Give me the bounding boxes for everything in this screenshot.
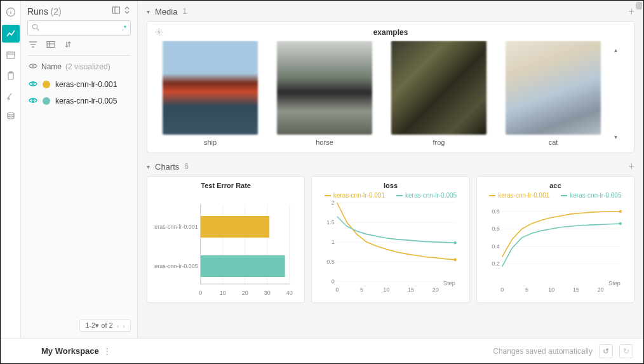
redo-button[interactable]: ↻ <box>619 344 633 358</box>
panel-icon[interactable] <box>3 48 18 63</box>
svg-text:keras-cnn-lr-0.001: keras-cnn-lr-0.001 <box>154 224 198 230</box>
workspace-menu-icon[interactable]: ⋮ <box>103 346 111 356</box>
svg-line-11 <box>37 29 39 30</box>
toolbar <box>27 41 131 56</box>
svg-point-56 <box>454 259 457 262</box>
gear-icon[interactable] <box>155 28 163 38</box>
charts-section-title: Charts <box>155 162 179 172</box>
media-section-title: Media <box>155 7 177 17</box>
run-name: keras-cnn-lr-0.005 <box>55 97 117 105</box>
svg-point-22 <box>32 99 34 101</box>
filter-icon[interactable] <box>29 41 37 50</box>
chart-title: loss <box>318 182 462 189</box>
media-thumb[interactable]: ship <box>163 41 258 146</box>
pager: 1-2▾ of 2 ‹ › <box>79 320 131 332</box>
svg-point-57 <box>454 241 457 245</box>
legend-item: keras-cnn-lr-0.005 <box>396 192 457 199</box>
chart-panel-bar[interactable]: Test Error Rate 010203040keras-cnn-lr-0.… <box>147 176 305 303</box>
undo-button[interactable]: ↺ <box>599 344 613 358</box>
sweep-icon[interactable] <box>3 88 18 104</box>
regex-toggle-icon[interactable]: .* <box>122 24 126 32</box>
pager-text: 1-2▾ of 2 <box>85 321 112 330</box>
expand-icon[interactable] <box>123 6 131 17</box>
visibility-icon[interactable] <box>29 62 37 71</box>
svg-text:5: 5 <box>525 286 528 293</box>
sort-icon[interactable] <box>64 41 72 50</box>
chevron-down-icon[interactable]: ▾ <box>147 163 150 170</box>
media-section-count: 1 <box>182 7 187 16</box>
chart-panel-acc[interactable]: acc keras-cnn-lr-0.001keras-cnn-lr-0.005… <box>476 176 634 303</box>
media-thumb[interactable]: cat <box>506 41 601 146</box>
pager-next[interactable]: › <box>123 322 125 330</box>
svg-text:2: 2 <box>332 200 335 206</box>
svg-text:10: 10 <box>548 286 554 293</box>
media-panel[interactable]: examples ship horse frog cat ▴ ▾ <box>147 21 634 153</box>
svg-text:Step: Step <box>443 280 455 286</box>
add-panel-button[interactable]: + <box>629 6 634 17</box>
thumb-label: frog <box>433 138 445 146</box>
runs-panel: Runs (2) .* <box>21 1 138 338</box>
thumb-image <box>506 41 601 135</box>
media-thumb[interactable]: horse <box>277 41 372 146</box>
svg-point-21 <box>32 83 34 84</box>
svg-text:Step: Step <box>608 280 621 286</box>
svg-rect-5 <box>8 72 13 79</box>
svg-text:1.5: 1.5 <box>326 219 335 226</box>
database-icon[interactable] <box>3 109 18 124</box>
group-icon[interactable] <box>46 41 55 50</box>
svg-point-20 <box>32 65 34 67</box>
svg-point-10 <box>33 24 37 29</box>
search-icon <box>32 24 39 33</box>
content-area: ▾ Media 1 + examples ship horse frog cat… <box>138 1 643 338</box>
media-panel-title: examples <box>156 28 625 37</box>
run-color-swatch <box>43 97 50 105</box>
clipboard-icon[interactable] <box>3 68 18 83</box>
layout-icon[interactable] <box>112 6 121 17</box>
pager-prev[interactable]: ‹ <box>117 322 119 330</box>
svg-text:15: 15 <box>408 286 414 293</box>
chevron-down-icon[interactable]: ▾ <box>147 8 150 15</box>
column-header: Name (2 visualized) <box>27 56 131 76</box>
add-chart-button[interactable]: + <box>629 161 634 172</box>
scroll-down-icon[interactable]: ▾ <box>611 133 620 140</box>
svg-text:10: 10 <box>220 290 226 296</box>
svg-text:0: 0 <box>332 278 335 285</box>
chart-panel-loss[interactable]: loss keras-cnn-lr-0.001keras-cnn-lr-0.00… <box>311 176 469 303</box>
svg-point-23 <box>158 31 160 33</box>
media-thumb[interactable]: frog <box>391 41 486 146</box>
svg-rect-36 <box>201 255 285 277</box>
workspace-label[interactable]: My Workspace <box>41 346 99 356</box>
thumb-label: horse <box>316 138 333 146</box>
run-item[interactable]: keras-cnn-lr-0.001 <box>27 76 131 93</box>
chart-row: Test Error Rate 010203040keras-cnn-lr-0.… <box>147 176 634 303</box>
svg-text:20: 20 <box>433 286 439 293</box>
window-scrollbar[interactable] <box>636 2 642 10</box>
svg-text:10: 10 <box>383 286 389 293</box>
svg-point-72 <box>619 210 622 213</box>
info-icon[interactable] <box>3 4 18 20</box>
svg-point-73 <box>619 222 622 226</box>
chart-line-icon[interactable] <box>2 25 20 43</box>
svg-text:keras-cnn-lr-0.005: keras-cnn-lr-0.005 <box>154 263 198 269</box>
svg-rect-8 <box>113 7 120 13</box>
charts-section-count: 6 <box>184 162 189 171</box>
svg-text:5: 5 <box>360 286 363 293</box>
eye-icon[interactable] <box>29 80 37 89</box>
search-input[interactable]: .* <box>27 20 131 36</box>
thumb-image <box>163 41 258 135</box>
svg-point-7 <box>8 112 14 115</box>
svg-rect-3 <box>7 52 15 58</box>
chart-title: acc <box>483 182 627 189</box>
svg-text:0.6: 0.6 <box>492 226 500 232</box>
svg-text:20: 20 <box>597 286 603 293</box>
svg-text:0: 0 <box>199 290 202 296</box>
thumb-label: cat <box>549 138 558 146</box>
media-scrollbar[interactable]: ▴ ▾ <box>611 46 620 140</box>
svg-rect-15 <box>47 42 55 48</box>
save-status: Changes saved automatically <box>493 347 593 356</box>
eye-icon[interactable] <box>29 97 37 105</box>
scroll-up-icon[interactable]: ▴ <box>611 46 620 53</box>
legend-item: keras-cnn-lr-0.005 <box>561 192 621 199</box>
charts-section: ▾ Charts 6 + Test Error Rate 010203040ke… <box>138 156 643 306</box>
run-item[interactable]: keras-cnn-lr-0.005 <box>27 93 131 109</box>
